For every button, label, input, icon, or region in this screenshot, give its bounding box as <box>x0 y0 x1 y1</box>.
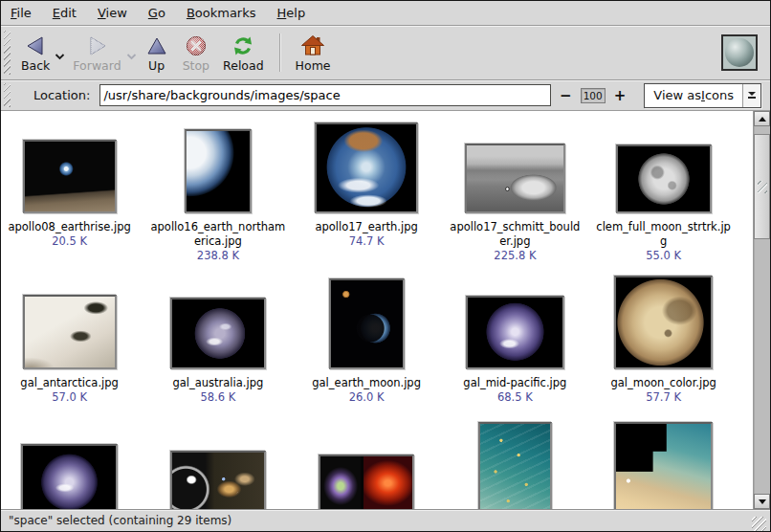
nebula-dark-corner-thumbnail <box>614 422 713 509</box>
stop-button[interactable]: Stop <box>176 32 216 75</box>
reload-button[interactable]: Reload <box>216 32 271 75</box>
menu-help[interactable]: Help <box>277 6 306 20</box>
back-icon <box>23 33 48 58</box>
forward-button[interactable]: Forward <box>66 32 127 75</box>
zoom-out-button[interactable]: − <box>557 86 575 105</box>
view-mode-dropdown-icon[interactable] <box>742 84 760 107</box>
nebula-two-panel-thumbnail <box>319 454 414 509</box>
menu-bookmarks[interactable]: Bookmarks <box>187 6 256 20</box>
file-name: gal_earth_moon.jpg <box>312 376 421 390</box>
file-item[interactable] <box>441 414 589 509</box>
file-size: 238.8 K <box>197 249 239 263</box>
file-name: apollo17_earth.jpg <box>315 220 417 234</box>
earth-and-moon-thumbnail <box>329 278 405 369</box>
file-name: gal_mid-pacific.jpg <box>463 376 566 390</box>
location-input[interactable] <box>99 84 551 106</box>
file-item[interactable] <box>589 414 738 509</box>
menu-file[interactable]: File <box>11 6 32 20</box>
menu-go[interactable]: Go <box>148 6 165 20</box>
file-item[interactable] <box>293 414 441 509</box>
moon-boulder-thumbnail <box>465 144 565 213</box>
toolbar-separator <box>279 33 280 72</box>
forward-icon <box>85 33 110 58</box>
file-size: 55.0 K <box>646 249 681 263</box>
menu-bar: File Edit View Go Bookmarks Help <box>1 1 770 26</box>
up-button[interactable]: Up <box>138 32 176 75</box>
file-item[interactable]: gal_mid-pacific.jpg 68.5 K <box>441 274 589 414</box>
purple-earth-thumbnail <box>21 444 118 509</box>
file-item[interactable]: gal_moon_color.jpg 57.7 K <box>589 274 738 414</box>
toolbar: Back Forward Up <box>1 26 770 80</box>
up-icon <box>144 33 169 58</box>
icon-view[interactable]: apollo08_earthrise.jpg 20.5 K apollo16_e… <box>1 111 753 509</box>
menu-edit[interactable]: Edit <box>53 6 77 20</box>
teal-nebula-thumbnail <box>478 422 552 509</box>
back-label: Back <box>21 59 50 73</box>
scrollbar-track[interactable] <box>754 126 770 494</box>
stop-icon <box>184 33 209 58</box>
icon-row: gal_antarctica.jpg 57.0 K gal_australia.… <box>1 274 753 414</box>
color-moon-thumbnail <box>614 276 713 369</box>
zoom-level-indicator[interactable]: 100 <box>581 88 606 103</box>
file-item[interactable]: gal_australia.jpg 58.6 K <box>143 274 292 414</box>
scrollbar-grip-icon <box>758 181 767 193</box>
back-button[interactable]: Back <box>14 32 56 75</box>
file-size: 57.0 K <box>52 390 87 405</box>
status-text: "space" selected (containing 29 items) <box>9 514 231 527</box>
status-bar: "space" selected (containing 29 items) <box>1 509 770 531</box>
colliding-galaxies-thumbnail <box>170 451 266 509</box>
view-mode-label: View as Icons <box>645 84 742 107</box>
location-label: Location: <box>33 88 90 102</box>
location-bar: Location: − 100 + View as Icons <box>1 80 770 111</box>
file-name: gal_australia.jpg <box>172 376 263 390</box>
file-item[interactable]: apollo08_earthrise.jpg 20.5 K <box>1 118 143 274</box>
earth-pacific-thumbnail <box>466 296 564 369</box>
file-size: 225.8 K <box>494 249 536 263</box>
file-name: gal_antarctica.jpg <box>20 376 119 390</box>
home-icon <box>300 33 325 58</box>
file-name: gal_moon_color.jpg <box>610 376 716 390</box>
file-name: clem_full_moon_strtrk.jpg <box>596 220 732 249</box>
home-label: Home <box>296 59 331 73</box>
zoom-in-button[interactable]: + <box>611 86 629 105</box>
file-name: apollo17_schmitt_boulder.jpg <box>447 220 583 249</box>
up-label: Up <box>148 59 165 73</box>
earth-crescent-thumbnail <box>185 129 252 213</box>
file-size: 74.7 K <box>349 234 385 249</box>
file-size: 68.5 K <box>497 390 533 405</box>
antarctica-thumbnail <box>23 295 117 369</box>
file-size: 58.6 K <box>200 390 235 405</box>
scroll-up-button[interactable] <box>754 111 770 126</box>
forward-history-dropdown-icon[interactable] <box>126 54 137 60</box>
file-manager-window: File Edit View Go Bookmarks Help Back Fo… <box>0 0 771 532</box>
full-moon-thumbnail <box>616 144 712 213</box>
toolbar-drag-handle[interactable] <box>4 31 11 75</box>
scrollbar-thumb[interactable] <box>754 134 770 239</box>
scroll-down-button[interactable] <box>754 494 770 509</box>
menu-view[interactable]: View <box>98 6 127 20</box>
forward-label: Forward <box>73 59 121 73</box>
view-mode-selector[interactable]: View as Icons <box>644 83 761 108</box>
file-item[interactable]: gal_earth_moon.jpg 26.0 K <box>293 274 441 414</box>
location-bar-drag-handle[interactable] <box>4 83 11 107</box>
file-item[interactable]: apollo17_earth.jpg 74.7 K <box>293 118 441 274</box>
file-item[interactable]: apollo16_earth_northamerica.jpg 238.8 K <box>143 118 292 274</box>
back-history-dropdown-icon[interactable] <box>55 54 65 60</box>
resize-grip[interactable] <box>752 517 766 531</box>
vertical-scrollbar[interactable] <box>753 111 770 509</box>
file-size: 20.5 K <box>52 234 87 249</box>
file-item[interactable] <box>1 414 143 509</box>
icon-row <box>1 414 753 509</box>
file-size: 57.7 K <box>646 390 681 405</box>
scroll-up-icon <box>759 117 766 122</box>
blue-marble-thumbnail <box>315 122 418 213</box>
earthrise-thumbnail <box>23 140 117 213</box>
file-name: apollo16_earth_northamerica.jpg <box>150 220 286 249</box>
file-item[interactable]: apollo17_schmitt_boulder.jpg 225.8 K <box>441 118 589 274</box>
reload-label: Reload <box>223 59 264 73</box>
file-item[interactable] <box>143 414 292 509</box>
file-size: 26.0 K <box>349 390 385 405</box>
file-item[interactable]: clem_full_moon_strtrk.jpg 55.0 K <box>589 118 738 274</box>
home-button[interactable]: Home <box>289 32 338 75</box>
file-item[interactable]: gal_antarctica.jpg 57.0 K <box>1 274 143 414</box>
